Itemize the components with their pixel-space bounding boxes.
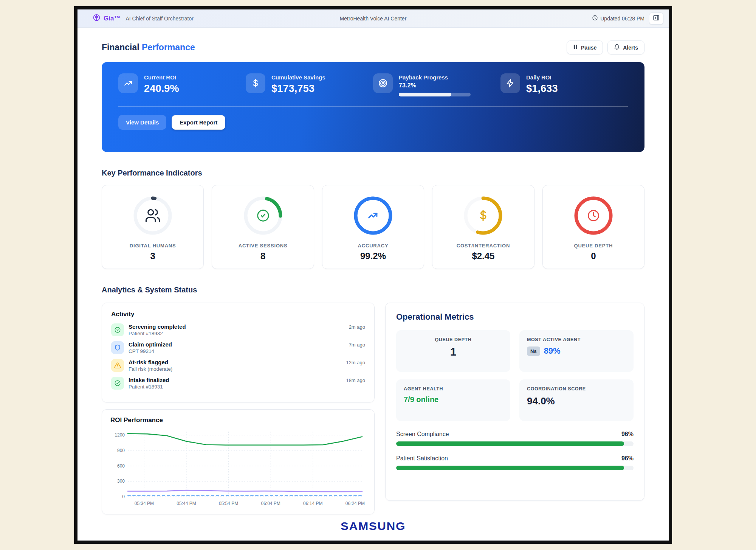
svg-text:05:34 PM: 05:34 PM <box>135 501 154 506</box>
brain-icon <box>93 14 101 23</box>
kpi-label: DIGITAL HUMANS <box>130 243 176 249</box>
svg-text:0: 0 <box>122 494 125 499</box>
svg-text:05:54 PM: 05:54 PM <box>219 501 238 506</box>
operational-metrics-panel: Operational Metrics QUEUE DEPTH 1 MOST A… <box>385 303 644 501</box>
metric-bar-patient-satisfaction: Patient Satisfaction 96% <box>396 455 634 470</box>
kpi-card-digital-humans: DIGITAL HUMANS 3 <box>102 185 204 269</box>
kpi-value: 99.2% <box>360 251 386 261</box>
export-report-button[interactable]: Export Report <box>172 115 225 130</box>
bell-icon <box>614 44 620 51</box>
kpi-value: 3 <box>150 251 155 261</box>
kpi-card-active-sessions: ACTIVE SESSIONS 8 <box>212 185 314 269</box>
tile-most-active-agent: MOST ACTIVE AGENT Ns 89% <box>519 330 634 372</box>
kpi-section-heading: Key Performance Indicators <box>102 169 644 177</box>
agent-badge: Ns <box>527 346 540 356</box>
stat-current-roi: Current ROI 240.9% <box>118 73 246 96</box>
clock-icon <box>572 194 615 237</box>
svg-text:900: 900 <box>117 448 125 453</box>
kpi-value: 0 <box>591 251 596 261</box>
roi-performance-panel: ROI Performance 0300600900120005:34 PM05… <box>102 409 375 514</box>
svg-text:300: 300 <box>117 479 125 484</box>
collapse-panel-button[interactable] <box>649 12 663 25</box>
kpi-card-cost-interaction: COST/INTERACTION $2.45 <box>432 185 534 269</box>
trending-up-icon <box>118 73 138 93</box>
dollar-icon <box>462 194 504 237</box>
samsung-logo: SAMSUNG <box>88 520 658 533</box>
dollar-icon <box>246 73 265 93</box>
updated-timestamp: Updated 06:28 PM <box>592 15 644 22</box>
banner-divider <box>118 106 628 107</box>
activity-title: Activity <box>111 311 365 318</box>
ops-title: Operational Metrics <box>396 312 634 322</box>
activity-time: 2m ago <box>349 324 365 330</box>
topbar: Gia™ AI Chief of Staff Orchestrator Metr… <box>77 9 669 28</box>
pause-button[interactable]: Pause <box>567 40 603 54</box>
tile-queue-depth: QUEUE DEPTH 1 <box>396 330 510 372</box>
view-details-button[interactable]: View Details <box>118 115 166 130</box>
kpi-label: ACTIVE SESSIONS <box>239 243 288 249</box>
alerts-button[interactable]: Alerts <box>607 40 644 54</box>
roi-line-chart: 0300600900120005:34 PM05:44 PM05:54 PM06… <box>110 427 366 508</box>
kpi-label: QUEUE DEPTH <box>574 243 613 249</box>
kpi-value: 8 <box>260 251 265 261</box>
shield-icon <box>111 341 124 354</box>
activity-time: 18m ago <box>346 378 365 383</box>
svg-text:05:44 PM: 05:44 PM <box>177 501 196 506</box>
activity-item: At-risk flagged Fall risk (moderate) 12m… <box>111 359 365 372</box>
tile-coordination-score: COORDINATION SCORE 94.0% <box>519 379 634 421</box>
check-circle-icon <box>242 194 284 237</box>
activity-item: Claim optimized CPT 99214 7m ago <box>111 341 365 354</box>
kpi-label: ACCURACY <box>358 243 389 249</box>
check-circle-icon <box>111 377 124 390</box>
svg-text:1200: 1200 <box>115 432 125 438</box>
payback-progress-bar <box>399 93 471 96</box>
kpi-card-accuracy: ACCURACY 99.2% <box>322 185 424 269</box>
brand-name: Gia™ <box>104 15 120 22</box>
bolt-icon <box>500 73 520 93</box>
brand: Gia™ AI Chief of Staff Orchestrator <box>93 14 194 23</box>
brand-subtitle: AI Chief of Staff Orchestrator <box>125 16 193 22</box>
activity-time: 7m ago <box>349 342 365 348</box>
activity-item: Intake finalized Patient #18931 18m ago <box>111 377 365 390</box>
sidebar-collapse-icon <box>653 14 660 22</box>
stat-daily-roi: Daily ROI $1,633 <box>500 73 628 96</box>
kpi-card-queue-depth: QUEUE DEPTH 0 <box>542 185 644 269</box>
activity-time: 12m ago <box>346 360 365 365</box>
svg-text:06:04 PM: 06:04 PM <box>261 501 280 506</box>
svg-text:06:14 PM: 06:14 PM <box>303 501 322 506</box>
app-window: Gia™ AI Chief of Staff Orchestrator Metr… <box>74 6 672 544</box>
activity-panel: Activity Screening completed Patient #18… <box>102 303 375 402</box>
page-title: Financial Performance <box>102 42 195 53</box>
check-circle-icon <box>111 323 124 336</box>
target-icon <box>373 73 393 93</box>
svg-text:06:24 PM: 06:24 PM <box>345 501 365 506</box>
tile-agent-health: AGENT HEALTH 7/9 online <box>396 379 510 421</box>
kpi-label: COST/INTERACTION <box>457 243 510 249</box>
warning-triangle-icon <box>111 359 124 372</box>
users-icon <box>132 194 174 237</box>
kpi-value: $2.45 <box>472 251 494 261</box>
pause-icon <box>573 44 578 51</box>
analytics-section-heading: Analytics & System Status <box>102 286 644 294</box>
metric-bar-screen-compliance: Screen Compliance 96% <box>396 431 634 446</box>
trending-up-icon <box>352 194 394 237</box>
chart-title: ROI Performance <box>110 416 366 424</box>
clock-icon <box>592 15 598 22</box>
stat-cumulative-savings: Cumulative Savings $173,753 <box>246 73 373 96</box>
financial-summary-banner: Current ROI 240.9% Cumulative Savings $1… <box>102 62 644 152</box>
activity-item: Screening completed Patient #18932 2m ag… <box>111 323 365 336</box>
stat-payback-progress: Payback Progress 73.2% <box>373 73 500 96</box>
svg-text:600: 600 <box>117 463 125 469</box>
